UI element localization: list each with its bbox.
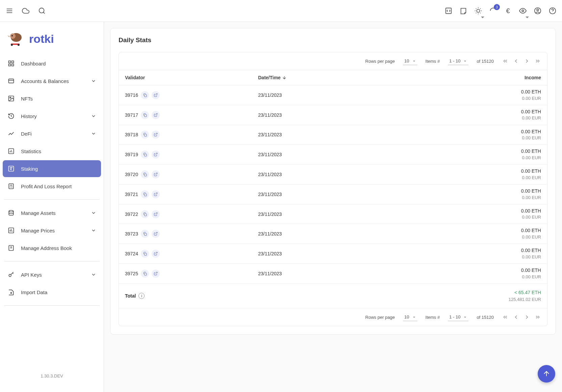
sidebar-item-api-keys[interactable]: API Keys [3, 266, 101, 283]
nav-label: Dashboard [21, 61, 96, 66]
svg-line-74 [155, 272, 157, 274]
sidebar-item-manage-prices[interactable]: Manage Prices [3, 222, 101, 239]
sidebar-item-import-data[interactable]: Import Data [3, 284, 101, 301]
copy-icon[interactable] [141, 170, 149, 178]
sidebar-item-statistics[interactable]: Statistics [3, 143, 101, 160]
header-income[interactable]: Income [395, 75, 541, 80]
validator-id: 39722 [125, 212, 138, 217]
copy-icon[interactable] [141, 210, 149, 218]
sidebar-item-profit-and-loss-report[interactable]: Profit And Loss Report [3, 178, 101, 195]
validator-id: 39725 [125, 271, 138, 276]
external-link-icon[interactable] [152, 190, 160, 198]
nav-label: API Keys [21, 272, 85, 278]
copy-icon[interactable] [141, 190, 149, 198]
chevron-down-icon [91, 113, 96, 119]
sidebar-item-accounts-balances[interactable]: Accounts & Balances [3, 73, 101, 89]
svg-rect-61 [144, 154, 147, 157]
sidebar-item-manage-assets[interactable]: Manage Assets [3, 204, 101, 221]
scroll-top-button[interactable] [538, 365, 555, 383]
chevron-down-icon [91, 228, 96, 233]
theme-icon[interactable] [474, 7, 482, 15]
first-page-button[interactable] [502, 58, 509, 64]
last-page-button[interactable] [534, 314, 541, 320]
help-icon[interactable] [548, 7, 557, 15]
header-validator[interactable]: Validator [125, 75, 258, 80]
cloud-icon[interactable] [22, 7, 30, 15]
income-eth: 0.00 ETH [395, 109, 541, 115]
income-eth: 0.00 ETH [395, 227, 541, 234]
table-row: 3972423/11/20230.00 ETH0.00 EUR [119, 244, 547, 264]
privacy-icon[interactable] [519, 7, 527, 15]
external-link-icon[interactable] [152, 131, 160, 139]
logo[interactable]: rotki [3, 29, 101, 54]
nav-icon [7, 288, 15, 296]
items-label: Items # [426, 315, 440, 320]
search-icon[interactable] [38, 7, 46, 15]
income-eth: 0.00 ETH [395, 129, 541, 135]
header-datetime[interactable]: Date/Time [258, 75, 395, 80]
external-link-icon[interactable] [152, 230, 160, 238]
date-cell: 23/11/2023 [258, 152, 395, 157]
items-label: Items # [426, 59, 440, 64]
svg-rect-30 [9, 79, 14, 83]
menu-icon[interactable] [5, 7, 14, 15]
income-eur: 0.00 EUR [395, 274, 541, 280]
svg-rect-27 [12, 61, 14, 63]
note-icon[interactable] [459, 7, 467, 15]
external-link-icon[interactable] [152, 270, 160, 278]
next-page-button[interactable] [523, 314, 530, 320]
validator-id: 39721 [125, 192, 138, 197]
sidebar-item-manage-address-book[interactable]: Manage Address Book [3, 240, 101, 256]
validator-id: 39717 [125, 112, 138, 118]
prev-page-button[interactable] [513, 58, 519, 64]
external-link-icon[interactable] [152, 170, 160, 178]
copy-icon[interactable] [141, 230, 149, 238]
svg-point-53 [9, 274, 11, 277]
validator-id: 39724 [125, 251, 138, 256]
nav-icon [7, 147, 15, 155]
refresh-icon[interactable]: 3 [489, 7, 497, 15]
external-link-icon[interactable] [152, 91, 160, 99]
external-link-icon[interactable] [152, 250, 160, 258]
next-page-button[interactable] [523, 58, 530, 64]
svg-point-22 [11, 35, 13, 36]
nav-icon [7, 95, 15, 102]
date-cell: 23/11/2023 [258, 251, 395, 256]
sidebar-item-nfts[interactable]: NFTs [3, 90, 101, 107]
sidebar-item-staking[interactable]: Staking [3, 160, 101, 177]
pagination-bottom: Rows per page 10 Items # 1 - 10 of 15120 [119, 308, 547, 326]
code-icon[interactable] [444, 7, 453, 15]
first-page-button[interactable] [502, 314, 509, 320]
currency-icon[interactable]: € [504, 7, 512, 15]
sidebar-item-history[interactable]: History [3, 108, 101, 124]
rows-per-page-select[interactable]: 10 [403, 313, 417, 321]
copy-icon[interactable] [141, 250, 149, 258]
items-range-select[interactable]: 1 - 10 [448, 57, 468, 65]
copy-icon[interactable] [141, 91, 149, 99]
external-link-icon[interactable] [152, 210, 160, 218]
external-link-icon[interactable] [152, 150, 160, 159]
user-icon[interactable] [534, 7, 542, 15]
sidebar-item-dashboard[interactable]: Dashboard [3, 55, 101, 72]
nav-icon [7, 209, 15, 217]
income-eth: 0.00 ETH [395, 247, 541, 254]
copy-icon[interactable] [141, 131, 149, 139]
copy-icon[interactable] [141, 150, 149, 159]
info-icon[interactable]: i [138, 293, 145, 299]
chevron-down-icon [91, 78, 96, 84]
nav-icon [7, 77, 15, 85]
rows-per-page-select[interactable]: 10 [403, 57, 417, 65]
svg-rect-57 [144, 114, 147, 117]
total-items: of 15120 [477, 315, 494, 320]
external-link-icon[interactable] [152, 111, 160, 119]
svg-rect-59 [144, 134, 147, 137]
prev-page-button[interactable] [513, 314, 519, 320]
copy-icon[interactable] [141, 270, 149, 278]
last-page-button[interactable] [534, 58, 541, 64]
sidebar-item-defi[interactable]: DeFi [3, 125, 101, 142]
income-eur: 0.00 EUR [395, 155, 541, 161]
copy-icon[interactable] [141, 111, 149, 119]
svg-point-3 [39, 8, 44, 13]
items-range-select[interactable]: 1 - 10 [448, 313, 468, 321]
nav-label: Manage Assets [21, 210, 85, 216]
